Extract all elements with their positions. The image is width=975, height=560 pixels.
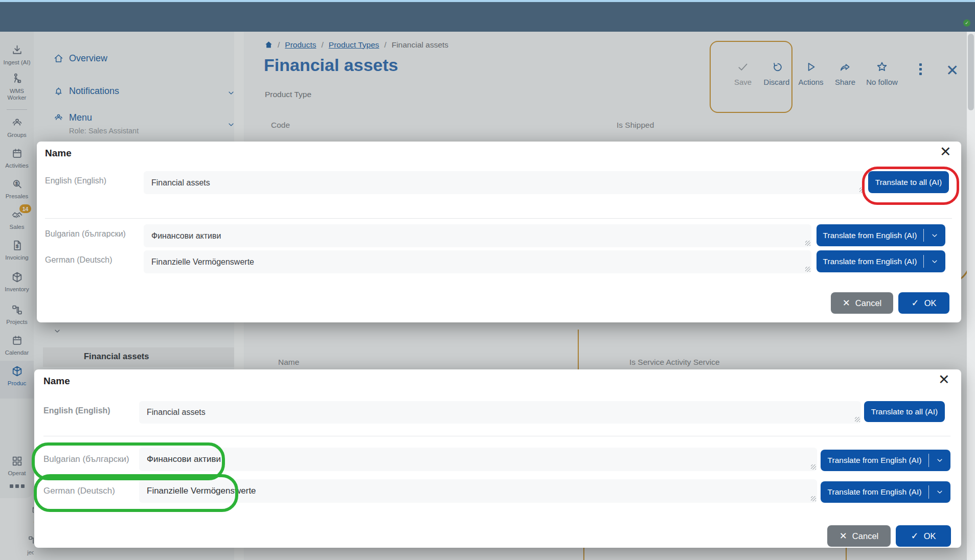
rail-item-presales[interactable]: Presales bbox=[0, 178, 34, 200]
rail-item-operations[interactable]: Operat bbox=[0, 455, 34, 477]
x-icon: ✕ bbox=[840, 530, 847, 542]
rail-item-ingest[interactable]: Ingest (AI) bbox=[0, 44, 34, 66]
chevron-down-icon[interactable] bbox=[227, 121, 235, 129]
focus-frame-edge bbox=[578, 330, 579, 369]
name-input-german[interactable]: Finanzielle Vermögenswerte bbox=[144, 250, 811, 273]
menu-item-notifications[interactable]: Notifications bbox=[53, 86, 119, 97]
resize-grip[interactable] bbox=[805, 241, 810, 246]
groups-icon bbox=[53, 112, 64, 123]
page-scrollbar[interactable] bbox=[967, 32, 975, 560]
lang-label-german: German (Deutsch) bbox=[45, 255, 112, 265]
menu-item-overview[interactable]: Overview bbox=[53, 53, 107, 64]
more-options-button[interactable] bbox=[915, 63, 925, 75]
share-icon bbox=[838, 60, 852, 74]
invoice-icon bbox=[11, 239, 24, 252]
translate-from-english-split-button[interactable]: Translate from English (AI) bbox=[821, 481, 950, 503]
undo-icon bbox=[770, 60, 783, 74]
dropdown-toggle[interactable] bbox=[929, 488, 950, 496]
no-follow-button[interactable]: No follow bbox=[865, 60, 899, 86]
field-label-name: Name bbox=[278, 358, 299, 367]
rail-item-inventory[interactable]: Inventory bbox=[0, 271, 34, 293]
workflow-icon bbox=[11, 304, 24, 316]
translate-to-all-button[interactable]: Translate to all (AI) bbox=[864, 401, 945, 422]
rail-item-calendar[interactable]: Calendar bbox=[0, 334, 34, 356]
cube-icon bbox=[11, 365, 24, 378]
translate-from-english-split-button[interactable]: Translate from English (AI) bbox=[817, 250, 945, 272]
menu-selected-label: Financial assets bbox=[84, 352, 149, 361]
breadcrumb: / Products / Product Types / Financial a… bbox=[264, 40, 448, 50]
presales-icon bbox=[11, 178, 24, 191]
close-icon[interactable]: ✕ bbox=[940, 146, 951, 158]
field-label-code: Code bbox=[271, 121, 290, 130]
ellipsis-icon bbox=[0, 484, 34, 488]
app-window: Products Search ⌘ 14 Test Ltd. ✓ Ingest … bbox=[0, 0, 975, 560]
module-rail bbox=[0, 32, 34, 498]
chevron-down-icon[interactable] bbox=[227, 89, 235, 97]
ok-button[interactable]: ✓OK bbox=[898, 292, 949, 314]
sales-badge: 14 bbox=[19, 204, 31, 213]
resize-grip[interactable] bbox=[859, 188, 865, 193]
breadcrumb-product-types[interactable]: Product Types bbox=[329, 40, 379, 50]
home-icon[interactable] bbox=[264, 40, 274, 50]
resize-grip[interactable] bbox=[805, 267, 810, 272]
close-view-button[interactable]: ✕ bbox=[946, 61, 959, 79]
page-scrollbar-thumb[interactable] bbox=[968, 34, 974, 110]
rail-item-groups[interactable]: Groups bbox=[0, 116, 34, 138]
dialog-title: Name bbox=[43, 376, 70, 387]
worker-icon bbox=[11, 73, 24, 85]
calendar-icon bbox=[11, 334, 24, 347]
divider bbox=[45, 218, 952, 219]
home-icon bbox=[53, 53, 64, 64]
field-label-is-service: Is Service Activity Service bbox=[629, 358, 720, 367]
resize-grip[interactable] bbox=[855, 417, 860, 422]
cancel-button[interactable]: ✕Cancel bbox=[831, 292, 893, 314]
menu-role-subtitle: Role: Sales Assistant bbox=[69, 127, 139, 135]
name-input-bulgarian[interactable]: Финансови активи bbox=[139, 448, 817, 471]
focus-frame-edge bbox=[583, 548, 584, 560]
star-icon bbox=[875, 60, 889, 74]
actions-button[interactable]: Actions bbox=[794, 60, 828, 86]
page-title: Financial assets bbox=[264, 55, 398, 75]
resize-grip[interactable] bbox=[811, 496, 816, 501]
translate-to-all-button[interactable]: Translate to all (AI) bbox=[868, 171, 949, 193]
translate-from-english-split-button[interactable]: Translate from English (AI) bbox=[821, 450, 950, 471]
rail-item-products[interactable]: Produc bbox=[0, 361, 34, 399]
close-icon[interactable]: ✕ bbox=[938, 374, 950, 386]
name-input-english[interactable]: Financial assets bbox=[144, 171, 866, 194]
calendar-icon bbox=[11, 147, 24, 160]
rail-item-invoicing[interactable]: Invoicing bbox=[0, 239, 34, 261]
resize-grip[interactable] bbox=[811, 464, 816, 470]
download-icon bbox=[11, 44, 24, 57]
chevron-down-icon bbox=[931, 258, 939, 266]
lang-label-english: English (English) bbox=[45, 176, 106, 185]
cancel-button[interactable]: ✕Cancel bbox=[827, 525, 891, 547]
name-input-bulgarian[interactable]: Финансови активи bbox=[144, 224, 811, 247]
chevron-down-icon[interactable] bbox=[53, 327, 61, 335]
share-button[interactable]: Share bbox=[828, 60, 862, 86]
dropdown-toggle[interactable] bbox=[929, 456, 950, 464]
lang-label-german: German (Deutsch) bbox=[43, 486, 115, 496]
dropdown-toggle[interactable] bbox=[924, 231, 945, 240]
ok-button[interactable]: ✓OK bbox=[896, 525, 951, 547]
divider bbox=[43, 436, 950, 436]
groups-icon bbox=[11, 116, 24, 129]
discard-button[interactable]: Discard bbox=[760, 60, 793, 86]
rail-item-activities[interactable]: Activities bbox=[0, 147, 34, 169]
translate-from-english-split-button[interactable]: Translate from English (AI) bbox=[817, 224, 945, 246]
rail-item-wms-worker[interactable]: WMS Worker bbox=[0, 73, 34, 101]
save-button[interactable]: Save bbox=[726, 60, 760, 86]
rail-more-button[interactable] bbox=[0, 484, 34, 488]
grid-icon bbox=[11, 455, 24, 468]
dropdown-toggle[interactable] bbox=[924, 258, 945, 266]
page-subtitle: Product Type bbox=[265, 90, 311, 99]
x-icon: ✕ bbox=[843, 297, 850, 309]
field-label-is-shipped: Is Shipped bbox=[617, 121, 654, 130]
name-input-english[interactable]: Financial assets bbox=[139, 401, 861, 424]
bell-icon bbox=[53, 86, 64, 97]
name-input-german[interactable]: Finanzielle Vermögenswerte bbox=[139, 479, 817, 503]
menu-item-menu[interactable]: Menu bbox=[53, 112, 92, 123]
rail-item-projects[interactable]: Projects bbox=[0, 304, 34, 325]
lang-label-bulgarian: Bulgarian (български) bbox=[45, 229, 126, 239]
chevron-down-icon bbox=[936, 456, 944, 464]
breadcrumb-products[interactable]: Products bbox=[285, 40, 316, 50]
